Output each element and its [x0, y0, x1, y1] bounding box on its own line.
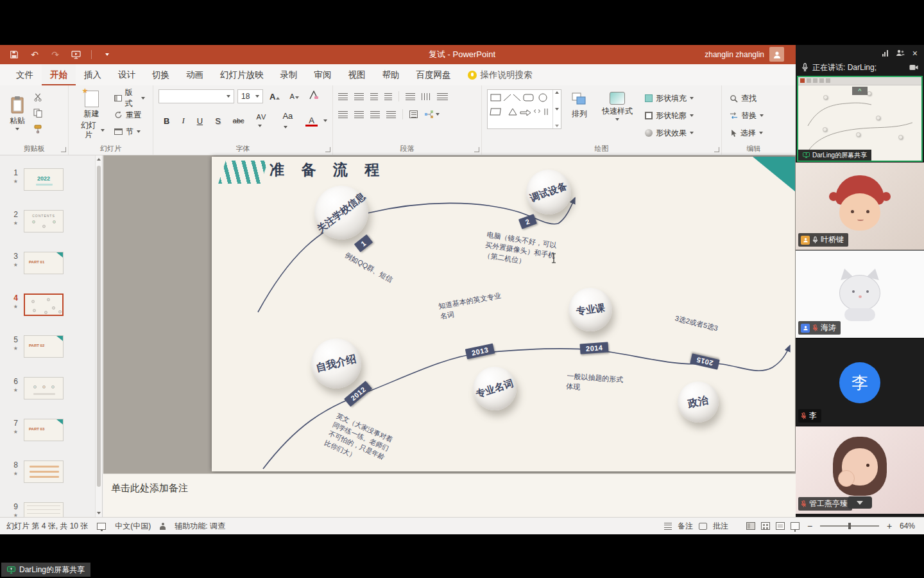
italic-button[interactable]: I — [178, 114, 187, 127]
tab-baidu-netdisk[interactable]: 百度网盘 — [408, 64, 459, 85]
reset-button[interactable]: 重置 — [112, 107, 148, 123]
find-button[interactable]: 查找 — [727, 91, 780, 106]
text-shadow-button[interactable]: S — [212, 115, 224, 127]
screen-share-preview[interactable]: ^ DarLing的屏幕共享 — [797, 76, 923, 162]
thumbnail-slide-6[interactable]: 6★ — [0, 377, 102, 399]
replace-button[interactable]: 替换 — [727, 108, 780, 123]
node-terminology[interactable]: 专业名词 — [473, 367, 517, 410]
zoom-in-button[interactable]: + — [885, 521, 894, 531]
grow-font-button[interactable]: A — [266, 91, 283, 103]
annotation-draw-question[interactable]: 一般以抽题的形式体现 — [566, 371, 628, 396]
font-size-combo[interactable]: 18 — [237, 89, 263, 103]
numbering-icon[interactable] — [354, 93, 364, 100]
strikethrough-button[interactable]: abc — [230, 116, 248, 126]
justify-icon[interactable] — [386, 111, 396, 118]
tab-home[interactable]: 开始 — [42, 64, 76, 85]
shrink-font-button[interactable]: A — [286, 91, 302, 101]
convert-smartart-icon[interactable] — [424, 110, 440, 119]
marker-2014[interactable]: 2014 — [579, 342, 608, 354]
participants-icon[interactable] — [896, 48, 905, 59]
normal-view-button[interactable] — [746, 522, 755, 530]
font-color-caret[interactable] — [323, 119, 327, 122]
tab-animations[interactable]: 动画 — [178, 64, 212, 85]
shapes-gallery[interactable] — [487, 89, 561, 129]
node-self-intro[interactable]: 自我介绍 — [311, 338, 361, 389]
thumbnail-slide-7[interactable]: 7★ PART 03 — [0, 419, 102, 441]
align-center-icon[interactable] — [354, 111, 364, 118]
font-dialog-launcher[interactable] — [325, 147, 330, 152]
tab-design[interactable]: 设计 — [110, 64, 144, 85]
text-direction-icon[interactable] — [437, 93, 448, 100]
arrange-button[interactable]: 排列 — [567, 89, 592, 120]
display-settings-icon[interactable] — [97, 523, 106, 530]
thumbnail-slide-9[interactable]: 9★ — [0, 502, 102, 517]
video-tile-1[interactable]: 叶桥键 — [796, 162, 924, 250]
accessibility-status[interactable]: 辅助功能: 调查 — [175, 521, 225, 532]
collapse-panel-button[interactable] — [848, 496, 872, 509]
taskbar-share-indicator[interactable]: DarLing的屏幕共享 — [1, 563, 90, 577]
format-painter-icon[interactable] — [33, 125, 42, 136]
layout-button[interactable]: 版式 — [112, 91, 148, 106]
preview-collapse-button[interactable]: ^ — [852, 87, 868, 95]
node-device-test[interactable]: 调试设备 — [526, 170, 571, 215]
node-major-course[interactable]: 专业课 — [569, 288, 612, 331]
zoom-slider[interactable] — [820, 525, 879, 527]
reading-view-button[interactable] — [776, 522, 785, 530]
copy-icon[interactable] — [33, 109, 42, 120]
tab-view[interactable]: 视图 — [340, 64, 374, 85]
decrease-indent-icon[interactable] — [370, 93, 378, 100]
tab-review[interactable]: 审阅 — [306, 64, 340, 85]
account-avatar[interactable] — [769, 47, 784, 62]
video-tile-2[interactable]: 海涛 — [796, 250, 924, 338]
bold-button[interactable]: B — [160, 115, 173, 127]
close-icon[interactable]: × — [912, 49, 918, 58]
scrollbar-thumb[interactable] — [97, 166, 101, 487]
notes-toggle[interactable]: 备注 — [678, 521, 693, 532]
font-color-button[interactable]: A — [305, 115, 318, 127]
tab-insert[interactable]: 插入 — [76, 64, 110, 85]
tab-file[interactable]: 文件 — [8, 64, 42, 85]
new-slide-button[interactable]: ★ 新建 幻灯片 — [74, 89, 109, 141]
underline-button[interactable]: U — [194, 115, 206, 127]
thumbnail-slide-3[interactable]: 3★ PART 01 — [0, 252, 102, 274]
language-indicator[interactable]: 中文(中国) — [115, 521, 151, 532]
drawing-dialog-launcher[interactable] — [714, 147, 719, 152]
paragraph-dialog-launcher[interactable] — [474, 147, 479, 152]
tell-me-search[interactable]: 操作说明搜索 — [459, 64, 541, 85]
font-name-combo[interactable] — [158, 89, 234, 103]
slide-counter[interactable]: 幻灯片 第 4 张, 共 10 张 — [6, 521, 88, 532]
node-school-info[interactable]: 关注学校信息 — [314, 186, 368, 240]
character-spacing-button[interactable]: AV — [253, 112, 274, 130]
paste-button[interactable]: 粘贴 — [5, 89, 30, 136]
shape-fill-button[interactable]: 形状填充 — [642, 91, 696, 106]
account-block[interactable]: zhanglin zhanglin — [705, 47, 784, 62]
slide-sorter-view-button[interactable] — [761, 522, 770, 530]
tab-slideshow[interactable]: 幻灯片放映 — [212, 64, 272, 85]
columns-icon[interactable] — [422, 93, 431, 100]
select-button[interactable]: 选择 — [727, 125, 780, 141]
scroll-up-icon[interactable] — [97, 158, 101, 161]
thumbnail-slide-1[interactable]: 1★ 2022 — [0, 168, 102, 191]
zoom-level[interactable]: 64% — [900, 521, 915, 530]
camera-icon[interactable] — [909, 64, 918, 71]
tab-record[interactable]: 录制 — [272, 64, 306, 85]
thumbnail-slide-8[interactable]: 8★ — [0, 460, 102, 483]
thumbnail-scrollbar[interactable] — [95, 155, 102, 517]
cut-icon[interactable] — [33, 92, 42, 104]
line-spacing-icon[interactable] — [406, 93, 415, 100]
quick-styles-button[interactable]: 快速样式 — [597, 89, 637, 122]
video-tile-3[interactable]: 李 李 — [796, 338, 924, 426]
thumbnail-slide-4-selected[interactable]: 4★ — [0, 293, 102, 316]
change-case-button[interactable]: Aa — [279, 110, 300, 132]
align-text-icon[interactable] — [409, 110, 418, 118]
scroll-down-icon[interactable] — [97, 512, 101, 514]
comments-toggle[interactable]: 批注 — [713, 521, 728, 532]
slideshow-view-button[interactable] — [791, 522, 800, 530]
clear-formatting-button[interactable] — [305, 89, 322, 103]
tab-transitions[interactable]: 切换 — [144, 64, 178, 85]
align-right-icon[interactable] — [370, 111, 380, 118]
shape-effects-button[interactable]: 形状效果 — [642, 125, 696, 141]
align-left-icon[interactable] — [338, 111, 348, 118]
thumbnail-slide-5[interactable]: 5★ PART 02 — [0, 335, 102, 358]
slide-editing-area[interactable]: 准 备 流 程 关注学校信息 调试设备 自我介绍 — [212, 157, 795, 471]
